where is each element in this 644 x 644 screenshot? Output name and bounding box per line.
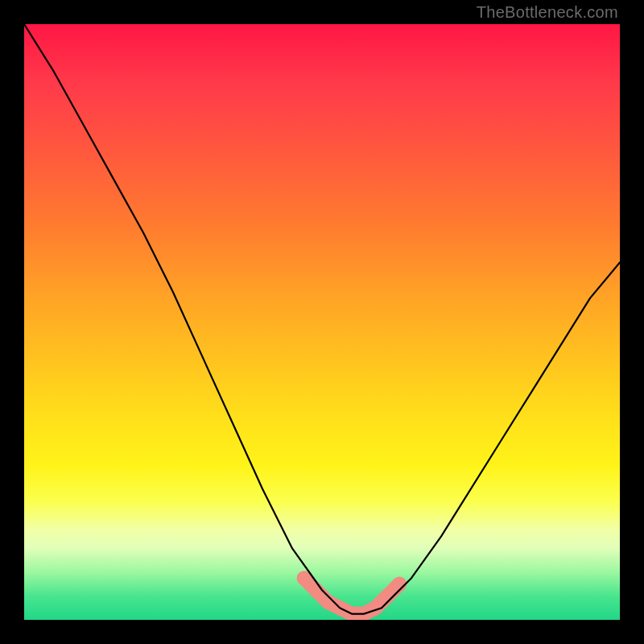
bottleneck-curve (24, 24, 620, 614)
plot-area (24, 24, 620, 620)
curve-layer (24, 24, 620, 620)
chart-frame: TheBottleneck.com (0, 0, 644, 644)
watermark-text: TheBottleneck.com (477, 3, 618, 22)
